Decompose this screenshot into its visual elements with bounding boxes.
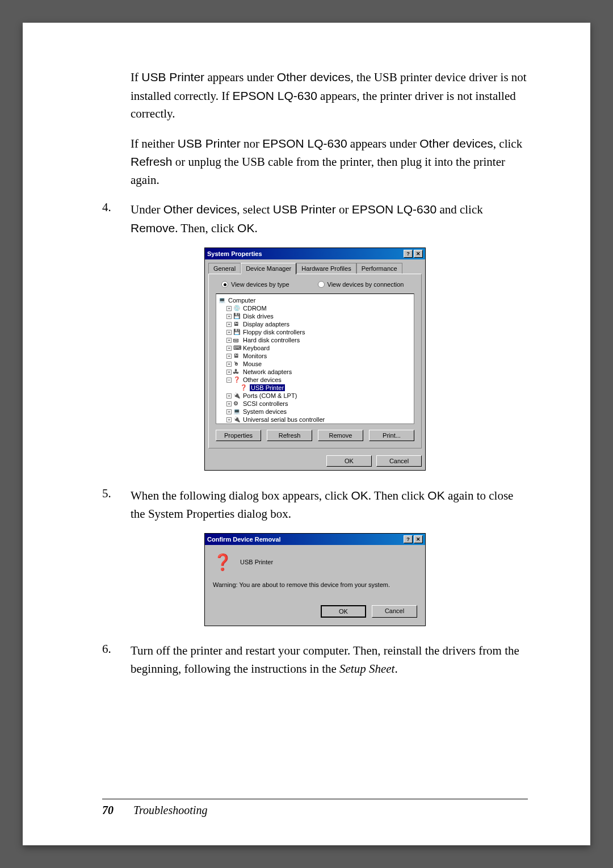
tree-other-devices[interactable]: Other devices (243, 376, 282, 383)
close-button[interactable]: ✕ (414, 535, 423, 543)
expand-icon[interactable]: + (226, 338, 232, 343)
system-icon: 💻 (233, 408, 241, 415)
computer-icon: 💻 (219, 297, 226, 304)
usb-icon: 🔌 (233, 416, 241, 423)
close-button[interactable]: ✕ (414, 250, 423, 258)
expand-icon[interactable]: + (226, 354, 232, 359)
tree-usb-printer[interactable]: USB Printer (250, 384, 285, 391)
expand-icon[interactable]: + (226, 409, 232, 414)
tree-system[interactable]: System devices (243, 408, 287, 415)
expand-icon[interactable]: + (226, 306, 232, 311)
radio-view-by-connection[interactable]: View devices by connection (318, 281, 404, 288)
expand-icon[interactable]: + (226, 346, 232, 351)
monitor-icon: 🖥 (233, 353, 241, 359)
paragraph-1: If USB Printer appears under Other devic… (131, 68, 528, 123)
tab-general[interactable]: General (208, 263, 241, 274)
page-number: 70 (102, 804, 114, 816)
titlebar: Confirm Device Removal ? ✕ (205, 534, 425, 545)
scsi-icon: ⚙ (233, 400, 241, 407)
tree-computer[interactable]: Computer (228, 297, 255, 304)
expand-icon[interactable]: + (226, 330, 232, 335)
network-icon: 🖧 (233, 368, 241, 375)
tree-hdd[interactable]: Hard disk controllers (243, 337, 300, 343)
device-tree[interactable]: 💻Computer +💿CDROM +💾Disk drives +🖥Displa… (216, 293, 414, 424)
keyboard-icon: ⌨ (233, 345, 241, 351)
tree-display[interactable]: Display adapters (243, 321, 289, 328)
question-icon: ❓ (240, 384, 248, 391)
collapse-icon[interactable]: − (226, 378, 232, 383)
help-button[interactable]: ? (404, 250, 413, 258)
tree-scsi[interactable]: SCSI controllers (243, 400, 288, 407)
step-4: 4. Under Other devices, select USB Print… (102, 200, 528, 237)
section-title: Troubleshooting (133, 804, 207, 816)
tree-ports[interactable]: Ports (COM & LPT) (243, 392, 297, 399)
system-properties-dialog: System Properties ? ✕ General Device Man… (204, 248, 426, 471)
expand-icon[interactable]: + (226, 370, 232, 375)
step-6: 6. Turn off the printer and restart your… (102, 642, 528, 678)
question-icon: ❓ (213, 553, 231, 571)
expand-icon[interactable]: + (226, 362, 232, 367)
tab-performance[interactable]: Performance (356, 263, 402, 274)
ok-button[interactable]: OK (326, 455, 372, 467)
hdd-icon: 🖴 (233, 337, 241, 343)
expand-icon[interactable]: + (226, 322, 232, 327)
ports-icon: 🔌 (233, 392, 241, 399)
floppy-icon: 💾 (233, 329, 241, 336)
confirm-device-removal-dialog: Confirm Device Removal ? ✕ ❓ USB Printer… (204, 533, 426, 626)
titlebar: System Properties ? ✕ (205, 248, 425, 259)
remove-button[interactable]: Remove (318, 430, 363, 441)
radio-icon (221, 281, 228, 288)
disk-icon: 💾 (233, 313, 241, 320)
help-button[interactable]: ? (404, 535, 413, 543)
expand-icon[interactable]: + (226, 401, 232, 406)
step-5: 5. When the following dialog box appears… (102, 487, 528, 523)
cancel-button[interactable]: Cancel (372, 605, 417, 618)
tree-mouse[interactable]: Mouse (243, 360, 262, 367)
ok-button[interactable]: OK (321, 605, 366, 618)
tab-hardware-profiles[interactable]: Hardware Profiles (296, 263, 356, 274)
dialog-title: Confirm Device Removal (207, 536, 281, 543)
tree-monitors[interactable]: Monitors (243, 353, 267, 359)
dialog-title: System Properties (207, 250, 262, 257)
radio-view-by-type[interactable]: View devices by type (221, 281, 289, 288)
paragraph-2: If neither USB Printer nor EPSON LQ-630 … (131, 135, 528, 190)
refresh-button[interactable]: Refresh (267, 430, 312, 441)
monitor-icon: 🖥 (233, 321, 241, 328)
radio-icon (318, 281, 325, 288)
tree-floppy[interactable]: Floppy disk controllers (243, 329, 305, 336)
question-icon: ❓ (233, 376, 241, 383)
expand-icon[interactable]: + (226, 417, 232, 422)
tree-keyboard[interactable]: Keyboard (243, 345, 270, 351)
warning-text: Warning: You are about to remove this de… (213, 581, 417, 588)
page-footer: 70 Troubleshooting (102, 799, 528, 817)
expand-icon[interactable]: + (226, 314, 232, 319)
tree-cdrom[interactable]: CDROM (243, 305, 267, 312)
mouse-icon: 🖱 (233, 360, 241, 367)
tab-device-manager[interactable]: Device Manager (241, 263, 296, 274)
cdrom-icon: 💿 (233, 305, 241, 312)
tree-network[interactable]: Network adapters (243, 368, 292, 375)
device-name: USB Printer (240, 559, 273, 565)
expand-icon[interactable]: + (226, 393, 232, 399)
cancel-button[interactable]: Cancel (376, 455, 422, 467)
tree-usb-controller[interactable]: Universal serial bus controller (243, 416, 325, 423)
properties-button[interactable]: Properties (216, 430, 261, 441)
tree-disk[interactable]: Disk drives (243, 313, 274, 320)
print-button[interactable]: Print... (369, 430, 414, 441)
